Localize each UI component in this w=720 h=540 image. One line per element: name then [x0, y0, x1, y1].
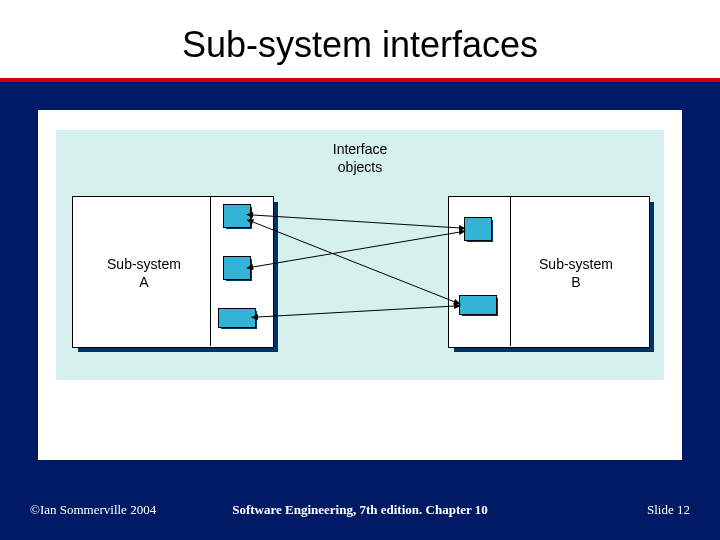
- subsystem-b-divider: [510, 196, 511, 346]
- footer-slide-prefix: Slide: [647, 502, 677, 517]
- content-panel: Interface objects Sub-system A: [38, 110, 682, 460]
- subsystem-a-label: Sub-system A: [94, 255, 194, 291]
- subsystem-b-line2: B: [571, 274, 580, 290]
- svg-line-0: [253, 215, 460, 228]
- footer-slide-num: 12: [677, 502, 690, 517]
- iface-b1: [464, 217, 492, 241]
- iface-b2: [459, 295, 497, 315]
- iface-a1: [223, 204, 251, 228]
- footer-slide-number: Slide 12: [647, 502, 690, 518]
- subsystem-b-line1: Sub-system: [539, 256, 613, 272]
- slide: Sub-system interfaces Interface objects …: [0, 0, 720, 540]
- page-title: Sub-system interfaces: [0, 18, 720, 72]
- subsystem-a-line2: A: [139, 274, 148, 290]
- interface-label-line1: Interface: [333, 141, 387, 157]
- subsystem-a-divider: [210, 196, 211, 346]
- svg-line-2: [253, 232, 460, 267]
- footer-book-title: Software Engineering, 7th edition. Chapt…: [0, 502, 720, 518]
- iface-a2: [223, 256, 251, 280]
- subsystem-b-label: Sub-system B: [526, 255, 626, 291]
- subsystem-a-line1: Sub-system: [107, 256, 181, 272]
- interface-objects-label: Interface objects: [310, 140, 410, 176]
- svg-line-3: [258, 306, 455, 317]
- title-underline: [0, 78, 720, 82]
- svg-line-1: [253, 222, 455, 302]
- iface-a3: [218, 308, 256, 328]
- interface-label-line2: objects: [338, 159, 382, 175]
- footer: ©Ian Sommerville 2004 Software Engineeri…: [0, 502, 720, 522]
- diagram-canvas: Interface objects Sub-system A: [56, 130, 664, 380]
